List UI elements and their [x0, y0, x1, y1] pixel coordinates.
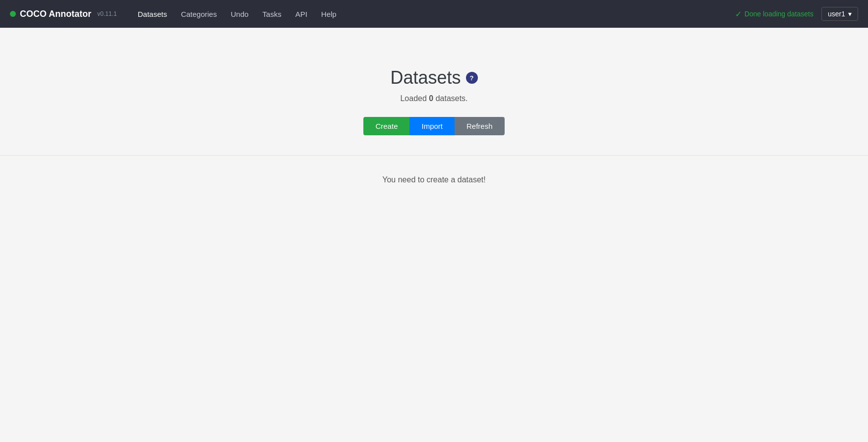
loading-status: ✓ Done loading datasets	[735, 9, 813, 19]
user-dropdown-button[interactable]: user1 ▾	[821, 7, 858, 21]
create-button[interactable]: Create	[363, 117, 409, 135]
page-title-row: Datasets ?	[390, 67, 477, 88]
nav-item-undo[interactable]: Undo	[225, 7, 254, 21]
user-label: user1	[828, 10, 845, 18]
dropdown-arrow-icon: ▾	[848, 10, 852, 18]
nav-item-tasks[interactable]: Tasks	[256, 7, 287, 21]
status-label: Done loading datasets	[745, 10, 813, 18]
brand-title: COCO Annotator	[20, 9, 91, 19]
empty-message: You need to create a dataset!	[382, 175, 485, 184]
navbar-right: ✓ Done loading datasets user1 ▾	[735, 7, 858, 21]
page-title: Datasets	[390, 67, 461, 88]
brand: COCO Annotator v0.11.1	[10, 9, 117, 19]
brand-dot-icon	[10, 11, 16, 17]
main-content: Datasets ? Loaded 0 datasets. Create Imp…	[0, 28, 868, 184]
nav-item-api[interactable]: API	[289, 7, 313, 21]
dataset-count-subtitle: Loaded 0 datasets.	[400, 94, 467, 103]
import-button[interactable]: Import	[409, 117, 455, 135]
divider	[0, 155, 868, 156]
action-button-group: Create Import Refresh	[363, 117, 504, 135]
navbar-nav: Datasets Categories Undo Tasks API Help	[132, 7, 735, 21]
nav-item-datasets[interactable]: Datasets	[132, 7, 173, 21]
dataset-count: 0	[429, 94, 433, 103]
nav-item-help[interactable]: Help	[315, 7, 343, 21]
subtitle-suffix: datasets.	[433, 94, 467, 103]
help-icon-label: ?	[470, 74, 474, 82]
subtitle-prefix: Loaded	[400, 94, 429, 103]
checkmark-icon: ✓	[735, 9, 742, 19]
refresh-button[interactable]: Refresh	[455, 117, 505, 135]
help-icon[interactable]: ?	[466, 72, 478, 84]
brand-version: v0.11.1	[97, 10, 116, 17]
nav-item-categories[interactable]: Categories	[175, 7, 223, 21]
navbar: COCO Annotator v0.11.1 Datasets Categori…	[0, 0, 868, 28]
